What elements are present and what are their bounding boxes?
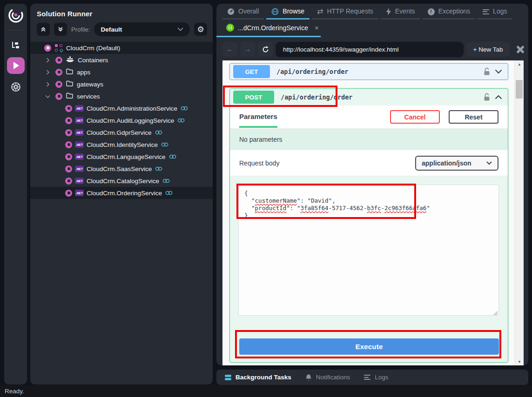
chevron-up-icon[interactable] bbox=[495, 95, 502, 99]
app-window: Solution Runner Profile: Default ⚙ Cloud… bbox=[0, 0, 532, 397]
chevron-down-icon[interactable] bbox=[495, 69, 502, 74]
tab-overall[interactable]: Overall bbox=[222, 7, 264, 20]
tree-node-service-selected[interactable]: .NET CloudCrm.OrderingService bbox=[30, 187, 213, 199]
profile-toolbar: Profile: Default ⚙ bbox=[30, 18, 213, 41]
json-key: customerName bbox=[255, 197, 297, 204]
post-operation-header[interactable]: POST /api/ordering/order bbox=[230, 89, 508, 106]
service-name: CloudCrm.AdministrationService bbox=[87, 105, 177, 112]
tree-node-service[interactable]: .NET CloudCrm.SaasService bbox=[30, 163, 213, 175]
tree-node-gateways[interactable]: gateways bbox=[30, 78, 213, 90]
lock-icon[interactable] bbox=[484, 93, 490, 101]
tab-browse[interactable]: Browse bbox=[266, 7, 310, 20]
forward-button[interactable]: → bbox=[240, 42, 255, 57]
link-icon[interactable] bbox=[181, 106, 188, 111]
service-name: CloudCrm.SaasService bbox=[87, 165, 152, 172]
close-tab-icon[interactable]: × bbox=[315, 24, 319, 32]
background-tasks-button[interactable]: Background Tasks bbox=[225, 374, 291, 381]
profile-settings-button[interactable]: ⚙ bbox=[194, 23, 207, 36]
solution-tree-icon[interactable] bbox=[7, 38, 24, 53]
tree-node-label: apps bbox=[77, 69, 90, 76]
link-icon[interactable] bbox=[155, 130, 162, 135]
tree-node-service[interactable]: .NET CloudCrm.CatalogService bbox=[30, 175, 213, 187]
json-text: " bbox=[244, 205, 255, 212]
tree-node-containers[interactable]: Containers bbox=[30, 54, 213, 66]
tree-node-service[interactable]: .NET CloudCrm.AuditLoggingService bbox=[30, 114, 213, 126]
swagger-post-operation: POST /api/ordering/order Parameters Canc… bbox=[229, 88, 508, 363]
tree-node-apps[interactable]: apps bbox=[30, 66, 213, 78]
tree-node-service[interactable]: .NET CloudCrm.AdministrationService bbox=[30, 102, 213, 114]
link-icon[interactable] bbox=[161, 142, 168, 147]
browser-tab-title: ...dCrm.OrderingService bbox=[238, 24, 308, 32]
status-dot-icon bbox=[65, 190, 72, 197]
swagger-get-operation[interactable]: GET /api/ordering/order bbox=[229, 63, 508, 80]
kubernetes-icon[interactable] bbox=[7, 79, 24, 94]
dotnet-badge: .NET bbox=[75, 190, 84, 196]
tab-logs[interactable]: Logs bbox=[478, 7, 512, 20]
tree-node-service[interactable]: .NET CloudCrm.IdentityService bbox=[30, 139, 213, 151]
notifications-button[interactable]: Notifications bbox=[305, 374, 350, 381]
lines-icon bbox=[483, 9, 489, 14]
chevron-down-icon[interactable] bbox=[43, 93, 52, 100]
status-dot-icon bbox=[65, 165, 72, 172]
link-icon[interactable] bbox=[162, 178, 170, 184]
chevron-right-icon[interactable] bbox=[43, 80, 52, 88]
browser-tab-strip: {} ...dCrm.OrderingService × bbox=[216, 20, 528, 37]
status-dot-icon bbox=[55, 57, 62, 64]
tree-node-root[interactable]: CloudCrm (Default) bbox=[30, 42, 213, 54]
profile-select[interactable]: Default bbox=[94, 22, 190, 36]
status-dot-icon bbox=[55, 69, 62, 76]
logs-button[interactable]: Logs bbox=[364, 374, 388, 381]
browser-tab-orderingservice[interactable]: {} ...dCrm.OrderingService × bbox=[216, 20, 321, 37]
tree-node-service[interactable]: .NET CloudCrm.LanguageService bbox=[30, 151, 213, 163]
link-icon[interactable] bbox=[169, 154, 176, 159]
service-name: CloudCrm.GdprService bbox=[87, 129, 152, 136]
swap-arrows-icon: ⇄ bbox=[317, 8, 323, 15]
viewport-scrollbar[interactable]: ▲ ▼ bbox=[514, 60, 524, 365]
service-name: CloudCrm.IdentityService bbox=[87, 141, 158, 148]
scroll-down-icon[interactable]: ▼ bbox=[515, 358, 524, 365]
tab-exceptions[interactable]: ! Exceptions bbox=[423, 7, 475, 20]
tab-label: Logs bbox=[493, 7, 507, 15]
cancel-button[interactable]: Cancel bbox=[390, 110, 440, 124]
scrollbar-thumb[interactable] bbox=[516, 80, 523, 99]
request-body-header: Request body application/json bbox=[230, 150, 508, 176]
link-icon[interactable] bbox=[177, 118, 185, 123]
tab-http-requests[interactable]: ⇄ HTTP Requests bbox=[312, 7, 378, 20]
lock-icon[interactable] bbox=[484, 67, 490, 76]
folder-icon bbox=[66, 93, 73, 100]
request-body-editor[interactable]: { "customerName": "David", "productId": … bbox=[238, 185, 499, 316]
background-tasks-label: Background Tasks bbox=[236, 374, 291, 381]
exclamation-circle-icon: ! bbox=[428, 8, 435, 15]
profile-selected-value: Default bbox=[101, 26, 177, 33]
dotnet-badge: .NET bbox=[75, 105, 84, 112]
tree-node-service[interactable]: .NET CloudCrm.GdprService bbox=[30, 126, 213, 139]
left-icon-rail bbox=[4, 4, 27, 384]
play-icon bbox=[13, 62, 19, 69]
back-button[interactable]: ← bbox=[222, 42, 237, 57]
link-icon[interactable] bbox=[155, 166, 162, 172]
execute-button[interactable]: Execute bbox=[239, 338, 499, 355]
scroll-up-icon[interactable]: ▲ bbox=[515, 60, 524, 68]
expand-all-button[interactable] bbox=[54, 23, 67, 36]
chevron-right-icon[interactable] bbox=[43, 68, 52, 76]
status-dot-icon bbox=[65, 105, 72, 112]
reset-button[interactable]: Reset bbox=[449, 110, 498, 124]
new-tab-button[interactable]: + New Tab bbox=[466, 42, 510, 57]
json-text: { bbox=[244, 190, 248, 197]
content-type-select[interactable]: application/json bbox=[415, 156, 498, 171]
chevron-right-icon[interactable] bbox=[43, 56, 52, 64]
tree-node-services[interactable]: services bbox=[30, 90, 213, 102]
detail-tabs: Overall Browse ⇄ HTTP Requests Events ! … bbox=[216, 4, 528, 20]
run-button[interactable] bbox=[7, 57, 25, 74]
bell-icon bbox=[305, 374, 312, 381]
address-bar[interactable]: http://localhost:44359/swagger/index.htm… bbox=[276, 42, 464, 57]
json-value: 2c963f66afa6 bbox=[384, 205, 426, 212]
tab-events[interactable]: Events bbox=[381, 7, 420, 20]
json-value: 3fa85f64 bbox=[300, 205, 328, 212]
refresh-button[interactable] bbox=[258, 42, 273, 57]
status-dot-icon bbox=[65, 117, 72, 124]
link-icon[interactable] bbox=[165, 190, 173, 196]
resize-handle[interactable] bbox=[493, 310, 498, 314]
collapse-all-button[interactable] bbox=[37, 23, 50, 36]
tools-icon[interactable] bbox=[514, 43, 526, 55]
